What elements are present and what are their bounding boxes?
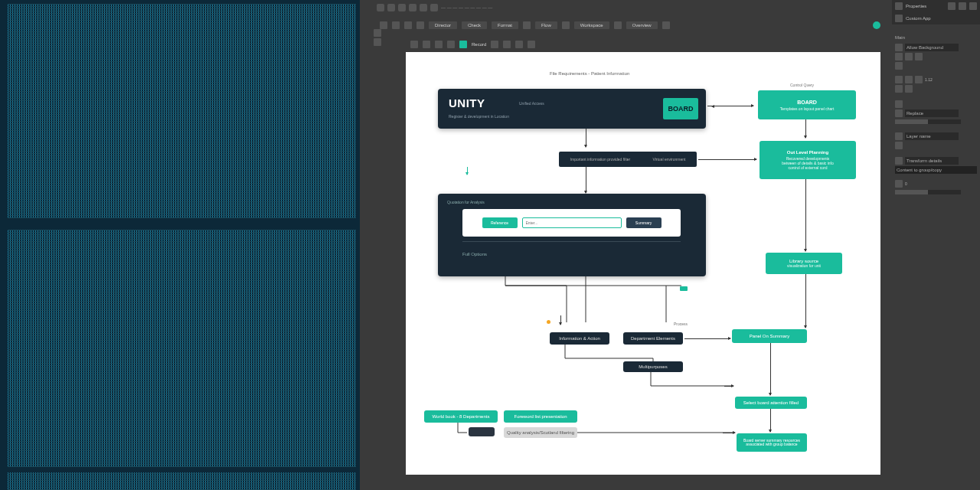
- node-line: control of external cord: [789, 165, 828, 170]
- tab-icon[interactable]: [410, 41, 418, 48]
- prop-row[interactable]: 0: [895, 179, 977, 188]
- tab-icon[interactable]: [423, 41, 430, 48]
- prop-row[interactable]: [895, 109, 977, 118]
- tool-icon[interactable]: [562, 21, 570, 29]
- tab-icon[interactable]: [491, 41, 498, 48]
- multipurpose-node[interactable]: Multipurposes: [623, 361, 683, 372]
- summary-resources-node[interactable]: Board server summary resources associate…: [737, 433, 807, 452]
- menu-icon[interactable]: [387, 4, 395, 11]
- toolbar-tab[interactable]: Flow: [535, 21, 557, 29]
- flowchart-canvas[interactable]: File Requirements - Patient Information …: [406, 52, 880, 475]
- menu-icon[interactable]: [430, 4, 438, 11]
- library-node[interactable]: Library source visualization for unit: [766, 253, 842, 274]
- connector: [723, 433, 735, 433]
- prop-input[interactable]: [905, 109, 959, 117]
- connector: [712, 106, 718, 106]
- tool-icon[interactable]: [392, 21, 400, 29]
- connector: [698, 159, 756, 160]
- tab-icon[interactable]: [503, 41, 511, 48]
- tool-icon[interactable]: [404, 21, 412, 29]
- menu-icon[interactable]: [420, 4, 427, 11]
- menu-icon[interactable]: [398, 4, 406, 11]
- node-label: Multipurposes: [639, 364, 667, 369]
- panel-title: Properties: [906, 4, 926, 8]
- prop-dark-row[interactable]: Content to group/copy: [895, 166, 977, 174]
- prop-row[interactable]: [895, 156, 977, 165]
- prop-row[interactable]: [895, 61, 977, 70]
- node-label: Information & Action: [559, 336, 600, 341]
- board-node[interactable]: BOARD Templates on layout panel chart: [758, 90, 856, 119]
- info-strip: Important information provided filter Vi…: [559, 152, 697, 167]
- info-action-node[interactable]: Information & Action: [550, 332, 609, 345]
- status-dot-icon: [873, 21, 880, 29]
- panel-summary-node[interactable]: Panel On Summary: [732, 329, 807, 343]
- tab-icon[interactable]: [435, 41, 443, 48]
- tool-icon[interactable]: [374, 29, 381, 37]
- connector: [805, 119, 806, 138]
- reference-button[interactable]: Reference: [482, 217, 518, 228]
- menu-icon[interactable]: [409, 4, 416, 11]
- plus-icon[interactable]: [662, 21, 670, 29]
- prop-row[interactable]: [895, 84, 977, 93]
- connector: [586, 129, 586, 147]
- tool-icon[interactable]: [614, 21, 622, 29]
- tool-icon[interactable]: [523, 21, 531, 29]
- main-toolbar: Director Check Format Flow Workspace Ove…: [374, 20, 887, 31]
- connector: [770, 343, 771, 395]
- close-icon[interactable]: [969, 2, 977, 10]
- departments-node[interactable]: World book - 8 Departments: [424, 410, 498, 423]
- prop-row[interactable]: 1.12: [895, 75, 977, 84]
- prop-row[interactable]: [895, 100, 977, 109]
- tool-icon[interactable]: [416, 21, 424, 29]
- prop-input[interactable]: [905, 157, 959, 165]
- swatch-icon: [915, 53, 923, 60]
- prop-row[interactable]: [895, 43, 977, 52]
- tab-icon[interactable]: [447, 41, 455, 48]
- tool-icon[interactable]: [374, 38, 381, 46]
- node-line: associated with group balance: [746, 443, 797, 447]
- swatch-icon: [895, 142, 903, 149]
- swatch-icon: [895, 109, 903, 117]
- tab-icon[interactable]: [515, 41, 523, 48]
- properties-tab[interactable]: Custom App: [892, 12, 980, 24]
- close-icon[interactable]: [959, 2, 966, 10]
- swatch-icon: [895, 85, 903, 93]
- summary-button[interactable]: Summary: [626, 217, 662, 228]
- prop-row[interactable]: [895, 141, 977, 150]
- node-sub: visualization for unit: [787, 263, 821, 268]
- prop-input[interactable]: [905, 132, 959, 140]
- slider[interactable]: [895, 119, 961, 124]
- planning-node[interactable]: Out Level Planning Recovered development…: [760, 141, 856, 179]
- prop-row[interactable]: [895, 52, 977, 61]
- quotation-input[interactable]: [522, 217, 622, 228]
- close-icon[interactable]: [948, 2, 956, 10]
- dept-elements-node[interactable]: Department Elements: [623, 332, 683, 345]
- app-icon: [377, 4, 384, 11]
- swatch-icon: [895, 132, 903, 140]
- toolbar-tab[interactable]: Workspace: [574, 21, 609, 29]
- vertical-toolbar: [372, 28, 383, 51]
- node-label: Control Query: [790, 83, 814, 87]
- foreword-node[interactable]: Foreword list presentation: [504, 410, 577, 423]
- quality-node[interactable]: Quality analysis/Scotland filtering: [504, 427, 577, 438]
- slider[interactable]: [895, 190, 961, 194]
- slider-node: [469, 427, 495, 436]
- toolbar-tab[interactable]: Format: [492, 21, 518, 29]
- toolbar-tab[interactable]: Director: [429, 21, 457, 29]
- connector: [770, 409, 771, 432]
- board-button[interactable]: BOARD: [663, 98, 698, 119]
- tab-icon[interactable]: [528, 41, 535, 48]
- toolbar-tab[interactable]: Overview: [626, 21, 658, 29]
- strip-left: Important information provided filter: [570, 157, 631, 162]
- node-title: BOARD: [797, 100, 817, 105]
- connector: [560, 315, 561, 325]
- select-board-node[interactable]: Select board attention filled: [735, 397, 807, 409]
- prop-row[interactable]: [895, 132, 977, 141]
- tab-label[interactable]: Record: [472, 42, 486, 47]
- swatch-icon: [905, 76, 913, 83]
- toolbar-tab[interactable]: Check: [462, 21, 487, 29]
- swatch-icon: [905, 53, 913, 60]
- prop-input[interactable]: [905, 44, 959, 51]
- connector-group: [651, 372, 743, 403]
- tab-icon-active[interactable]: [459, 41, 467, 48]
